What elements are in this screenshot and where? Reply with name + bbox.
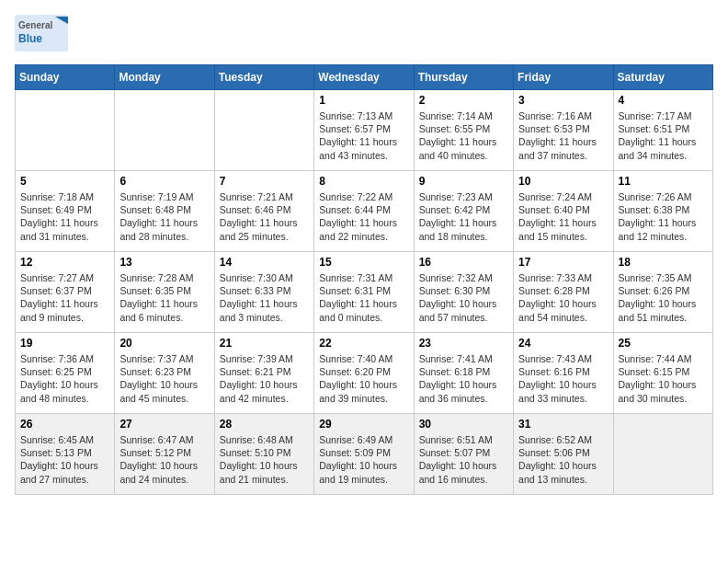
calendar-cell: 8Sunrise: 7:22 AMSunset: 6:44 PMDaylight…: [314, 171, 414, 252]
calendar-cell: 11Sunrise: 7:26 AMSunset: 6:38 PMDayligh…: [613, 171, 712, 252]
calendar-cell: 13Sunrise: 7:28 AMSunset: 6:35 PMDayligh…: [115, 252, 214, 333]
day-info: Sunrise: 6:45 AMSunset: 5:13 PMDaylight:…: [20, 433, 109, 486]
day-info: Sunrise: 7:26 AMSunset: 6:38 PMDaylight:…: [619, 190, 708, 243]
day-info: Sunrise: 6:48 AMSunset: 5:10 PMDaylight:…: [220, 433, 309, 486]
day-info: Sunrise: 6:52 AMSunset: 5:06 PMDaylight:…: [518, 433, 608, 486]
calendar-cell: 31Sunrise: 6:52 AMSunset: 5:06 PMDayligh…: [514, 414, 613, 495]
day-header-thursday: Thursday: [414, 65, 513, 90]
calendar-cell: 14Sunrise: 7:30 AMSunset: 6:33 PMDayligh…: [214, 252, 313, 333]
week-row-2: 5Sunrise: 7:18 AMSunset: 6:49 PMDaylight…: [16, 171, 713, 252]
day-number: 24: [518, 337, 608, 350]
day-info: Sunrise: 7:36 AMSunset: 6:25 PMDaylight:…: [20, 352, 109, 405]
day-header-monday: Monday: [115, 65, 214, 90]
day-number: 11: [619, 175, 708, 188]
page-header: General Blue: [15, 15, 713, 53]
day-number: 25: [619, 337, 708, 350]
calendar-cell: 7Sunrise: 7:21 AMSunset: 6:46 PMDaylight…: [214, 171, 313, 252]
calendar-cell: 26Sunrise: 6:45 AMSunset: 5:13 PMDayligh…: [16, 414, 115, 495]
day-info: Sunrise: 7:14 AMSunset: 6:55 PMDaylight:…: [419, 109, 508, 162]
logo-svg: General Blue: [15, 15, 70, 53]
calendar-cell: 16Sunrise: 7:32 AMSunset: 6:30 PMDayligh…: [414, 252, 513, 333]
day-header-tuesday: Tuesday: [214, 65, 313, 90]
day-number: 9: [419, 175, 508, 188]
day-number: 29: [319, 418, 408, 431]
day-number: 31: [518, 418, 608, 431]
calendar-cell: 1Sunrise: 7:13 AMSunset: 6:57 PMDaylight…: [314, 90, 414, 171]
day-info: Sunrise: 7:40 AMSunset: 6:20 PMDaylight:…: [319, 352, 408, 405]
day-info: Sunrise: 7:41 AMSunset: 6:18 PMDaylight:…: [419, 352, 508, 405]
day-number: 28: [220, 418, 309, 431]
calendar-cell: [115, 90, 214, 171]
day-info: Sunrise: 7:21 AMSunset: 6:46 PMDaylight:…: [220, 190, 309, 243]
day-number: 17: [518, 256, 608, 269]
day-header-saturday: Saturday: [613, 65, 712, 90]
day-number: 6: [119, 175, 209, 188]
day-info: Sunrise: 7:24 AMSunset: 6:40 PMDaylight:…: [518, 190, 608, 243]
day-info: Sunrise: 7:22 AMSunset: 6:44 PMDaylight:…: [319, 190, 408, 243]
day-number: 8: [319, 175, 408, 188]
calendar-cell: 25Sunrise: 7:44 AMSunset: 6:15 PMDayligh…: [613, 333, 712, 414]
calendar-cell: 6Sunrise: 7:19 AMSunset: 6:48 PMDaylight…: [115, 171, 214, 252]
day-info: Sunrise: 6:47 AMSunset: 5:12 PMDaylight:…: [119, 433, 209, 486]
calendar-cell: 10Sunrise: 7:24 AMSunset: 6:40 PMDayligh…: [514, 171, 613, 252]
calendar-cell: 28Sunrise: 6:48 AMSunset: 5:10 PMDayligh…: [214, 414, 313, 495]
calendar-cell: 15Sunrise: 7:31 AMSunset: 6:31 PMDayligh…: [314, 252, 414, 333]
calendar-cell: 29Sunrise: 6:49 AMSunset: 5:09 PMDayligh…: [314, 414, 414, 495]
day-number: 27: [119, 418, 209, 431]
day-number: 22: [319, 337, 408, 350]
day-number: 4: [619, 94, 708, 107]
day-number: 26: [20, 418, 109, 431]
day-info: Sunrise: 7:39 AMSunset: 6:21 PMDaylight:…: [220, 352, 309, 405]
calendar-cell: 24Sunrise: 7:43 AMSunset: 6:16 PMDayligh…: [514, 333, 613, 414]
calendar-cell: 17Sunrise: 7:33 AMSunset: 6:28 PMDayligh…: [514, 252, 613, 333]
day-info: Sunrise: 7:32 AMSunset: 6:30 PMDaylight:…: [419, 271, 508, 324]
week-row-1: 1Sunrise: 7:13 AMSunset: 6:57 PMDaylight…: [16, 90, 713, 171]
calendar-cell: 5Sunrise: 7:18 AMSunset: 6:49 PMDaylight…: [16, 171, 115, 252]
day-info: Sunrise: 7:37 AMSunset: 6:23 PMDaylight:…: [119, 352, 209, 405]
day-number: 10: [518, 175, 608, 188]
calendar-cell: 4Sunrise: 7:17 AMSunset: 6:51 PMDaylight…: [613, 90, 712, 171]
day-number: 18: [619, 256, 708, 269]
day-info: Sunrise: 7:17 AMSunset: 6:51 PMDaylight:…: [619, 109, 708, 162]
day-header-wednesday: Wednesday: [314, 65, 414, 90]
day-number: 2: [419, 94, 508, 107]
calendar-cell: [214, 90, 313, 171]
calendar-cell: 22Sunrise: 7:40 AMSunset: 6:20 PMDayligh…: [314, 333, 414, 414]
day-number: 3: [518, 94, 608, 107]
day-number: 12: [20, 256, 109, 269]
day-info: Sunrise: 7:27 AMSunset: 6:37 PMDaylight:…: [20, 271, 109, 324]
day-header-friday: Friday: [514, 65, 613, 90]
day-number: 23: [419, 337, 508, 350]
calendar-cell: 3Sunrise: 7:16 AMSunset: 6:53 PMDaylight…: [514, 90, 613, 171]
calendar-table: SundayMondayTuesdayWednesdayThursdayFrid…: [15, 64, 713, 495]
calendar-cell: 21Sunrise: 7:39 AMSunset: 6:21 PMDayligh…: [214, 333, 313, 414]
calendar-cell: [16, 90, 115, 171]
day-header-sunday: Sunday: [16, 65, 115, 90]
day-number: 1: [319, 94, 408, 107]
day-number: 16: [419, 256, 508, 269]
calendar-header-row: SundayMondayTuesdayWednesdayThursdayFrid…: [16, 65, 713, 90]
day-number: 15: [319, 256, 408, 269]
day-info: Sunrise: 7:44 AMSunset: 6:15 PMDaylight:…: [619, 352, 708, 405]
day-info: Sunrise: 6:49 AMSunset: 5:09 PMDaylight:…: [319, 433, 408, 486]
day-info: Sunrise: 7:31 AMSunset: 6:31 PMDaylight:…: [319, 271, 408, 324]
week-row-4: 19Sunrise: 7:36 AMSunset: 6:25 PMDayligh…: [16, 333, 713, 414]
calendar-cell: 9Sunrise: 7:23 AMSunset: 6:42 PMDaylight…: [414, 171, 513, 252]
calendar-cell: [613, 414, 712, 495]
day-info: Sunrise: 7:13 AMSunset: 6:57 PMDaylight:…: [319, 109, 408, 162]
day-number: 19: [20, 337, 109, 350]
day-number: 14: [220, 256, 309, 269]
day-info: Sunrise: 7:30 AMSunset: 6:33 PMDaylight:…: [220, 271, 309, 324]
week-row-5: 26Sunrise: 6:45 AMSunset: 5:13 PMDayligh…: [16, 414, 713, 495]
svg-text:General: General: [18, 20, 52, 30]
day-number: 30: [419, 418, 508, 431]
day-info: Sunrise: 7:43 AMSunset: 6:16 PMDaylight:…: [518, 352, 608, 405]
day-info: Sunrise: 7:19 AMSunset: 6:48 PMDaylight:…: [119, 190, 209, 243]
calendar-cell: 18Sunrise: 7:35 AMSunset: 6:26 PMDayligh…: [613, 252, 712, 333]
day-info: Sunrise: 7:18 AMSunset: 6:49 PMDaylight:…: [20, 190, 109, 243]
day-info: Sunrise: 6:51 AMSunset: 5:07 PMDaylight:…: [419, 433, 508, 486]
calendar-cell: 2Sunrise: 7:14 AMSunset: 6:55 PMDaylight…: [414, 90, 513, 171]
calendar-cell: 30Sunrise: 6:51 AMSunset: 5:07 PMDayligh…: [414, 414, 513, 495]
day-info: Sunrise: 7:35 AMSunset: 6:26 PMDaylight:…: [619, 271, 708, 324]
day-info: Sunrise: 7:33 AMSunset: 6:28 PMDaylight:…: [518, 271, 608, 324]
